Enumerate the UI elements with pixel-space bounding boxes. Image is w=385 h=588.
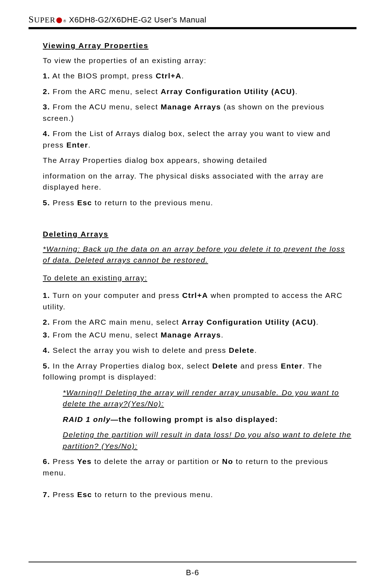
footer-rule (29, 562, 356, 562)
menu-name: Manage Arrays (161, 103, 221, 111)
intro-text: To view the properties of an existing ar… (43, 55, 353, 66)
step-number: 5. (43, 198, 50, 207)
list-item: 4. Select the array you wish to delete a… (43, 345, 353, 356)
step-text: Turn on your computer and press (50, 291, 183, 299)
brand-dot-icon (56, 17, 62, 23)
step-text: From the ACU menu, select (50, 103, 161, 111)
list-item: 7. Press Esc to return to the previous m… (43, 489, 353, 500)
key-name: Enter (66, 141, 88, 149)
step-text: to delete the array or partition or (92, 457, 222, 465)
key-name: Enter (281, 362, 303, 370)
step-text: In the Array Properties dialog box, sele… (50, 362, 212, 370)
warning-text: *Warning: Back up the data on an array b… (43, 243, 353, 266)
step-text: . (255, 346, 257, 354)
step-text: Press (50, 457, 77, 465)
step-number: 3. (43, 103, 50, 111)
list-item: 4. From the List of Arrays dialog box, s… (43, 128, 353, 150)
step-text: . (295, 87, 298, 96)
list-item: 6. Press Yes to delete the array or part… (43, 456, 353, 478)
manual-page: SUPER® X6DH8-G2/X6DHE-G2 User's Manual V… (0, 0, 385, 588)
list-item: 1. Turn on your computer and press Ctrl+… (43, 290, 353, 312)
key-name: No (222, 457, 233, 465)
key-name: Yes (77, 457, 92, 465)
list-item: 3. From the ACU menu, select Manage Arra… (43, 101, 353, 124)
raid-note: RAID 1 only—the following prompt is also… (43, 414, 353, 425)
key-name: Delete (229, 346, 255, 354)
list-item: 5. In the Array Properties dialog box, s… (43, 360, 353, 383)
step-number: 4. (43, 346, 50, 354)
step-number: 1. (43, 291, 50, 299)
brand-rest: UPER (34, 15, 55, 24)
raid-text: —the following prompt is also displayed: (111, 415, 278, 423)
step-text: . (88, 141, 91, 149)
body-text: information on the array. The physical d… (43, 170, 353, 193)
step-text: Select the array you wish to delete and … (50, 346, 229, 354)
manual-title: X6DH8-G2/X6DHE-G2 User's Manual (69, 15, 206, 25)
step-number: 2. (43, 87, 50, 96)
step-text: . (221, 331, 224, 339)
spacer (43, 483, 353, 487)
warning-text: *Warning!! Deleting the array will rende… (43, 387, 353, 409)
raid-prefix: RAID 1 only (63, 415, 111, 423)
step-text: . (316, 318, 319, 326)
key-name: Esc (77, 490, 92, 499)
step-text: to return to the previous menu. (92, 490, 213, 499)
footer-rule-wrap (29, 562, 356, 562)
step-text: Press (50, 490, 77, 499)
registered-mark: ® (63, 19, 66, 23)
step-text: From the ARC menu, select (50, 87, 161, 96)
key-name: Esc (77, 198, 92, 207)
list-item: 3. From the ACU menu, select Manage Arra… (43, 329, 353, 341)
section-heading-viewing: Viewing Array Properties (43, 40, 353, 51)
menu-name: Manage Arrays (161, 331, 221, 339)
key-name: Ctrl+A (156, 72, 182, 80)
step-text: From the ARC main menu, select (50, 318, 182, 326)
header-rule (29, 27, 356, 29)
brand-s: S (29, 14, 34, 25)
step-number: 6. (43, 457, 50, 465)
step-text: From the ACU menu, select (50, 331, 161, 339)
list-item: 5. Press Esc to return to the previous m… (43, 197, 353, 208)
page-number: B-6 (0, 568, 385, 577)
warning-text: Deleting the partition will result in da… (43, 429, 353, 452)
step-number: 1. (43, 72, 50, 80)
step-number: 4. (43, 129, 50, 138)
menu-name: Delete (212, 362, 238, 370)
section-spacer (43, 212, 353, 228)
section-heading-deleting: Deleting Arrays (43, 228, 353, 240)
step-number: 7. (43, 490, 50, 499)
brand-logo-text: SUPER (29, 14, 56, 25)
step-text: to return to the previous menu. (92, 198, 213, 207)
page-content: Viewing Array Properties To view the pro… (29, 40, 356, 500)
intro-text: To delete an existing array: (43, 272, 147, 284)
step-text: and press (238, 362, 281, 370)
list-item: 1. At the BIOS prompt, press Ctrl+A. (43, 70, 353, 82)
step-text: Press (50, 198, 77, 207)
step-text: At the BIOS prompt, press (50, 72, 156, 80)
step-number: 5. (43, 362, 50, 370)
step-text: . (181, 72, 184, 80)
list-item: 2. From the ARC main menu, select Array … (43, 316, 353, 328)
step-number: 3. (43, 331, 50, 339)
page-header: SUPER® X6DH8-G2/X6DHE-G2 User's Manual (29, 14, 356, 25)
menu-name: Array Configuration Utility (ACU) (181, 318, 316, 326)
menu-name: Array Configuration Utility (ACU) (161, 87, 295, 96)
list-item: 2. From the ARC menu, select Array Confi… (43, 86, 353, 97)
step-number: 2. (43, 318, 50, 326)
key-name: Ctrl+A (182, 291, 208, 299)
body-text: The Array Properties dialog box appears,… (43, 155, 353, 166)
